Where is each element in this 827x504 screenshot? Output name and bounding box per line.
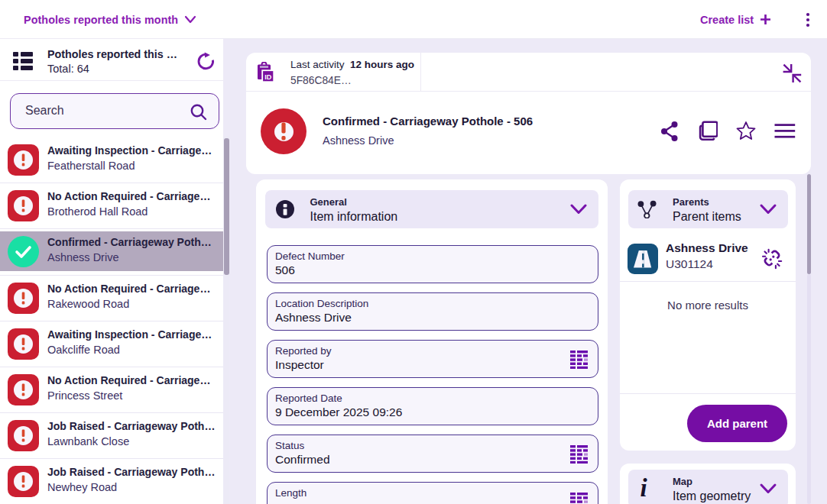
svg-text:ID: ID bbox=[264, 73, 272, 81]
